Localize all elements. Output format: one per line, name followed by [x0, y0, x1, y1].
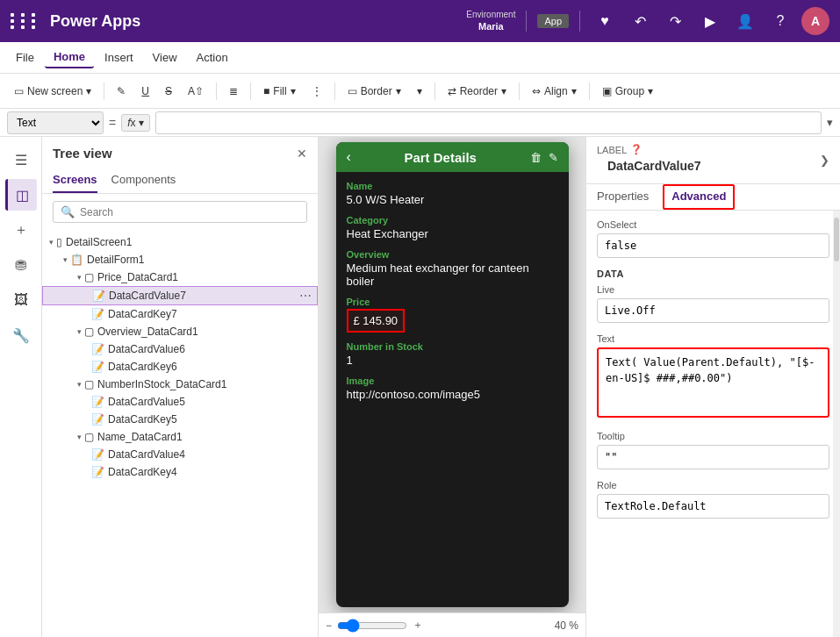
- stethoscope-icon[interactable]: ♥: [591, 7, 619, 35]
- fx-button[interactable]: fx ▾: [121, 114, 150, 132]
- tree-item-DataCardKey4[interactable]: 📝 DataCardKey4: [42, 463, 318, 481]
- screens-icon[interactable]: ◫: [5, 179, 37, 211]
- main-area: ☰ ◫ ＋ ⛃ 🖼 🔧 Tree view ✕ Screens Componen…: [0, 137, 840, 637]
- undo-icon[interactable]: ↶: [626, 7, 654, 35]
- prop-input-tooltip[interactable]: [597, 445, 829, 469]
- field-value-price: £ 145.90: [354, 314, 398, 327]
- field-image: Image http://contoso.com/image5: [347, 376, 558, 401]
- menu-insert[interactable]: Insert: [96, 47, 142, 68]
- prop-tooltip: Tooltip: [597, 431, 829, 469]
- tree-item-DataCardValue5[interactable]: 📝 DataCardValue5: [42, 393, 318, 411]
- prop-label-tooltip: Tooltip: [597, 431, 829, 441]
- data-icon[interactable]: ⛃: [5, 249, 37, 281]
- more-button[interactable]: ⋮: [305, 79, 329, 104]
- prop-input-role[interactable]: [597, 494, 829, 519]
- chevron-down-icon: ▾: [77, 327, 82, 336]
- tree-item-DataCardValue6[interactable]: 📝 DataCardValue6: [42, 340, 318, 358]
- tree-item-Overview_DataCard1[interactable]: ▾ ▢ Overview_DataCard1: [42, 323, 318, 340]
- tree-item-DataCardKey5[interactable]: 📝 DataCardKey5: [42, 411, 318, 428]
- prop-input-text[interactable]: Text( Value(Parent.Default), "[$-en-US]$…: [597, 347, 829, 418]
- chevron-down-icon: ▾: [77, 273, 82, 282]
- tree-close-icon[interactable]: ✕: [297, 147, 307, 161]
- field-stock: Number in Stock 1: [347, 341, 558, 367]
- formula-input[interactable]: Text( Value(Parent.Default), "[$-en-US]$…: [155, 111, 822, 134]
- tree-item-DataCardValue7[interactable]: 📝 DataCardValue7 ⋯: [42, 286, 318, 305]
- more-options-icon[interactable]: ⋯: [299, 289, 312, 303]
- font-size-button[interactable]: A⇧: [181, 79, 211, 104]
- tab-components[interactable]: Components: [111, 168, 176, 193]
- play-icon[interactable]: ▶: [696, 7, 724, 35]
- zoom-slider[interactable]: [337, 619, 407, 633]
- formula-expand-icon[interactable]: ▾: [827, 116, 833, 129]
- align-text-button[interactable]: ⇔ Align ▾: [525, 79, 584, 104]
- help-icon[interactable]: ❓: [630, 144, 643, 155]
- border-button[interactable]: ▭ Border ▾: [341, 79, 408, 104]
- card-icon: ▢: [84, 378, 94, 390]
- back-icon[interactable]: ‹: [347, 149, 351, 165]
- tools-icon[interactable]: 🔧: [5, 319, 37, 351]
- pen-button[interactable]: ✎: [110, 79, 133, 104]
- phone-body: Name 5.0 W/S Heater Category Heat Exchan…: [336, 172, 569, 419]
- tree-item-DataCardValue4[interactable]: 📝 DataCardValue4: [42, 446, 318, 463]
- tree-item-DetailForm1[interactable]: ▾ 📋 DetailForm1: [42, 251, 318, 268]
- user-icon[interactable]: 👤: [731, 7, 759, 35]
- tree-item-DetailScreen1[interactable]: ▾ ▯ DetailScreen1: [42, 233, 318, 251]
- prop-input-onselect[interactable]: [597, 233, 829, 258]
- help-icon[interactable]: ?: [766, 7, 794, 35]
- field-name: Name 5.0 W/S Heater: [347, 181, 558, 206]
- tab-properties[interactable]: Properties: [597, 184, 649, 210]
- reorder-button[interactable]: ⇄ Reorder ▾: [441, 79, 513, 104]
- field-value-overview: Medium heat exchanger for canteen boiler: [347, 261, 558, 288]
- prop-text: Text Text( Value(Parent.Default), "[$-en…: [597, 333, 829, 420]
- avatar[interactable]: A: [801, 7, 829, 35]
- menu-action[interactable]: Action: [188, 47, 237, 68]
- divider6: [519, 82, 520, 100]
- border-chevron-button[interactable]: ▾: [410, 79, 429, 104]
- apps-grid-icon[interactable]: [11, 13, 39, 29]
- tree-item-label: DataCardKey4: [108, 466, 177, 478]
- canvas-scroll: ‹ Part Details 🗑 ✎ Name 5.0 W/S Heater C…: [319, 137, 585, 612]
- menu-home[interactable]: Home: [45, 47, 94, 68]
- input-icon: 📝: [91, 308, 104, 320]
- menu-file[interactable]: File: [7, 47, 43, 68]
- edit-icon[interactable]: ✎: [549, 151, 558, 164]
- zoom-out-icon[interactable]: −: [326, 619, 332, 632]
- tab-screens[interactable]: Screens: [53, 168, 97, 193]
- formula-property-select[interactable]: Text: [7, 111, 104, 134]
- tree-item-Price_DataCard1[interactable]: ▾ ▢ Price_DataCard1: [42, 268, 318, 286]
- tree-item-Name_DataCard1[interactable]: ▾ ▢ Name_DataCard1: [42, 428, 318, 446]
- tree-item-DataCardKey7[interactable]: 📝 DataCardKey7: [42, 305, 318, 323]
- hamburger-icon[interactable]: ☰: [5, 144, 37, 175]
- app-badge: App: [537, 14, 569, 28]
- insert-icon[interactable]: ＋: [5, 214, 37, 246]
- tree-item-label: DataCardValue6: [108, 343, 185, 355]
- tree-tabs: Screens Components: [42, 168, 318, 194]
- input-icon: 📝: [91, 343, 104, 355]
- menu-bar: File Home Insert View Action: [0, 42, 840, 74]
- divider: [104, 82, 104, 100]
- group-button[interactable]: ▣ Group ▾: [595, 79, 660, 104]
- media-icon[interactable]: 🖼: [5, 284, 37, 316]
- input-icon: 📝: [91, 413, 104, 426]
- prop-input-live[interactable]: [597, 298, 829, 323]
- new-screen-button[interactable]: ▭ New screen ▾: [7, 79, 98, 104]
- fill-button[interactable]: ■ Fill ▾: [256, 79, 303, 104]
- scrollbar-thumb[interactable]: [834, 218, 839, 261]
- tree-item-DataCardKey6[interactable]: 📝 DataCardKey6: [42, 358, 318, 376]
- menu-view[interactable]: View: [144, 47, 186, 68]
- underline-button[interactable]: U: [134, 79, 156, 104]
- field-price: Price £ 145.90: [347, 297, 558, 333]
- expand-panel-icon[interactable]: ❯: [820, 154, 829, 167]
- phone-frame: ‹ Part Details 🗑 ✎ Name 5.0 W/S Heater C…: [336, 142, 569, 607]
- redo-icon[interactable]: ↷: [661, 7, 689, 35]
- search-input[interactable]: [80, 206, 299, 218]
- tab-advanced[interactable]: Advanced: [663, 184, 735, 210]
- input-icon: 📝: [92, 290, 105, 302]
- zoom-in-icon[interactable]: ＋: [413, 618, 423, 633]
- strikethrough-button[interactable]: S: [158, 79, 179, 104]
- align-button[interactable]: ≣: [222, 79, 245, 104]
- props-label-row: LABEL ❓: [597, 144, 712, 155]
- price-highlight-box: £ 145.90: [347, 309, 406, 333]
- tree-item-NumberInStock_DataCard1[interactable]: ▾ ▢ NumberInStock_DataCard1: [42, 376, 318, 393]
- delete-icon[interactable]: 🗑: [530, 151, 542, 164]
